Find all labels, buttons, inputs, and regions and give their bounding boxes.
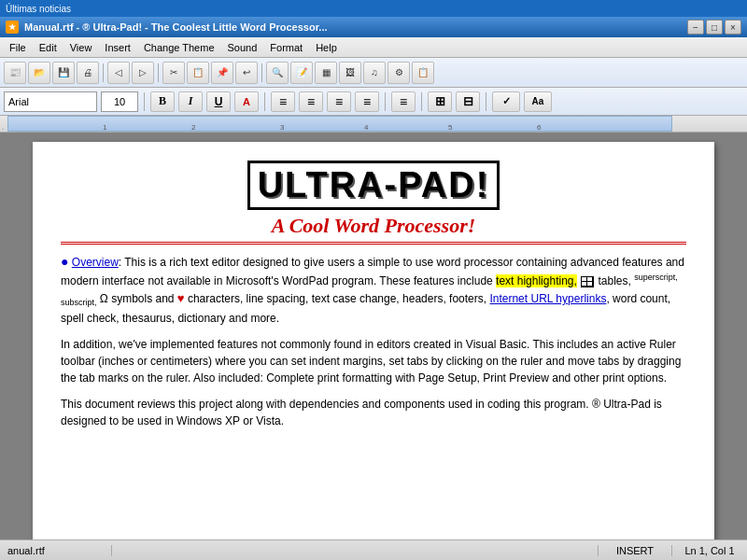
status-position: Ln 1, Col 1 (672, 545, 747, 556)
menu-bar: File Edit View Insert Change Theme Sound… (0, 37, 747, 58)
status-bar: anual.rtf INSERT Ln 1, Col 1 (0, 539, 747, 560)
toolbar-settings-btn[interactable]: ⚙ (388, 62, 410, 84)
superscript-text: superscript, (634, 273, 678, 282)
close-button[interactable]: × (725, 20, 741, 35)
format-sep-2 (264, 92, 265, 111)
document-page: ULTRA-PAD! A Cool Word Processor! ● Over… (33, 142, 714, 539)
chars-text: characters, line spacing, text case chan… (185, 292, 490, 305)
menu-change-theme[interactable]: Change Theme (138, 40, 220, 55)
tables-text: tables, (599, 274, 635, 287)
heart-symbol: ♥ (177, 291, 185, 305)
document-area[interactable]: ULTRA-PAD! A Cool Word Processor! ● Over… (0, 133, 747, 539)
url-link[interactable]: Internet URL hyperlinks (489, 292, 606, 305)
toolbar-copy-btn[interactable]: 📋 (187, 62, 209, 84)
ruler-mark-1: 1 (103, 123, 106, 132)
menu-insert[interactable]: Insert (99, 40, 136, 55)
minimize-button[interactable]: − (687, 20, 704, 35)
toolbar-cut-btn[interactable]: ✂ (162, 62, 185, 84)
italic-button[interactable]: I (178, 91, 203, 112)
maximize-button[interactable]: □ (706, 20, 723, 35)
highlight-text: text highlighting, (496, 274, 577, 287)
title-bar: ★ Manual.rtf - ® Ultra-Pad! - The Cooles… (0, 17, 747, 37)
ultra-pad-title: ULTRA-PAD! (61, 161, 686, 210)
subscript-text: subscript, (61, 298, 97, 307)
menu-view[interactable]: View (64, 40, 98, 55)
toolbar-sep-3 (261, 63, 262, 82)
toolbar-print-btn[interactable]: 🖨 (77, 62, 99, 84)
align-right-button[interactable]: ≡ (327, 91, 351, 112)
toolbar-sep-1 (103, 63, 104, 82)
format-sep-4 (421, 92, 422, 111)
ruler-mark-0: . (2, 123, 4, 132)
bullet-button[interactable]: ≡ (391, 91, 416, 112)
window-controls: − □ × (687, 20, 741, 35)
toolbar-sep-2 (158, 63, 159, 82)
underline-button[interactable]: U (206, 91, 231, 112)
toolbar-notes-btn[interactable]: 📝 (290, 62, 313, 84)
subtitle-text: A Cool Word Processor! (61, 214, 686, 245)
toolbar-image-btn[interactable]: 🖼 (339, 62, 361, 84)
toolbar-paste-btn[interactable]: 📌 (211, 62, 233, 84)
toolbar-find-btn[interactable]: 🔍 (266, 62, 289, 84)
menu-file[interactable]: File (4, 40, 32, 55)
toolbar-table-btn[interactable]: ▦ (315, 62, 337, 84)
font-name-input[interactable] (4, 91, 97, 112)
toolbar-extra-btn[interactable]: 📋 (412, 62, 434, 84)
table-icon-inline (577, 274, 599, 287)
document-header: ULTRA-PAD! A Cool Word Processor! (61, 161, 686, 245)
ruler-mark-4: 4 (364, 123, 368, 132)
ruler-mark-2: 2 (191, 123, 195, 132)
paragraph-vb: In addition, we've implemented features … (61, 336, 686, 386)
toolbar-new-btn[interactable]: 📰 (4, 62, 26, 84)
font-size-input[interactable] (101, 91, 138, 112)
align-left-button[interactable]: ≡ (271, 91, 295, 112)
menu-edit[interactable]: Edit (34, 40, 63, 55)
abc-button[interactable]: Aa (524, 91, 552, 112)
ruler-marks: . 1 2 3 4 5 6 (0, 116, 747, 132)
toolbar-back-btn[interactable]: ◁ (107, 62, 130, 84)
toolbar-undo-btn[interactable]: ↩ (235, 62, 258, 84)
format-sep-5 (486, 92, 486, 111)
menu-sound[interactable]: Sound (222, 40, 263, 55)
paragraph-overview: ● Overview: This is a rich text editor d… (61, 252, 686, 327)
taskbar-top: Últimas noticias (0, 0, 747, 17)
status-mode: INSERT (598, 545, 672, 556)
ruler-mark-6: 6 (537, 123, 541, 132)
app-icon-symbol: ★ (8, 22, 16, 32)
taskbar-label: Últimas noticias (6, 4, 71, 14)
ruler-mark-3: 3 (280, 123, 284, 132)
spellcheck-button[interactable]: ✓ (492, 91, 520, 112)
menu-format[interactable]: Format (264, 40, 308, 55)
toolbar-open-btn[interactable]: 📂 (28, 62, 50, 84)
menu-help[interactable]: Help (310, 40, 343, 55)
format-toolbar: B I U A ≡ ≡ ≡ ≡ ≡ ⊞ ⊟ ✓ Aa (0, 88, 747, 116)
format-sep-3 (385, 92, 386, 111)
bullet-dot: ● (61, 254, 68, 269)
window-title: Manual.rtf - ® Ultra-Pad! - The Coolest … (24, 21, 328, 33)
align-center-button[interactable]: ≡ (299, 91, 323, 112)
ruler[interactable]: . 1 2 3 4 5 6 (0, 116, 747, 133)
title-text: ULTRA-PAD! (247, 161, 500, 210)
overview-link[interactable]: Overview (72, 256, 119, 269)
color-button[interactable]: A (234, 91, 259, 112)
main-toolbar: 📰 📂 💾 🖨 ◁ ▷ ✂ 📋 📌 ↩ 🔍 📝 ▦ 🖼 ♫ ⚙ 📋 (0, 58, 747, 88)
status-filename: anual.rtf (0, 545, 112, 556)
omega-text: Ω symbols and (97, 292, 177, 305)
bold-button[interactable]: B (150, 91, 175, 112)
toolbar-save-btn[interactable]: 💾 (52, 62, 75, 84)
align-justify-button[interactable]: ≡ (355, 91, 379, 112)
indent-dec-button[interactable]: ⊟ (456, 91, 480, 112)
format-sep-1 (144, 92, 145, 111)
toolbar-sound-btn[interactable]: ♫ (363, 62, 386, 84)
app-icon: ★ (6, 21, 19, 34)
document-content: ● Overview: This is a rich text editor d… (61, 252, 686, 429)
ruler-mark-5: 5 (448, 123, 452, 132)
paragraph-doc: This document reviews this project along… (61, 396, 686, 429)
indent-inc-button[interactable]: ⊞ (428, 91, 452, 112)
toolbar-forward-btn[interactable]: ▷ (132, 62, 154, 84)
